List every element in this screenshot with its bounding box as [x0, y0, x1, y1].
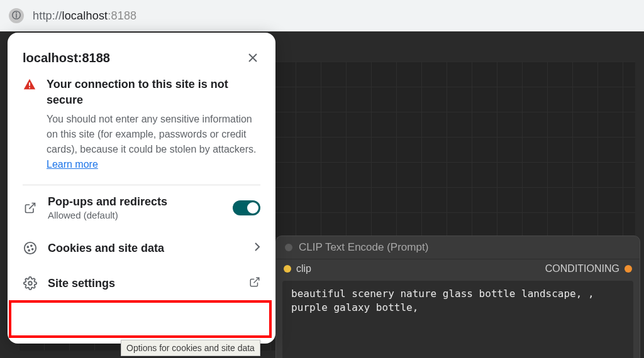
url-port: :8188 — [108, 9, 136, 22]
popups-and-redirects-row[interactable]: Pop-ups and redirects Allowed (default) — [8, 185, 275, 231]
warning-triangle-icon — [23, 78, 36, 92]
cookies-row-content: Cookies and site data — [48, 242, 244, 255]
site-settings-row[interactable]: Site settings — [8, 266, 275, 301]
cookies-tooltip: Options for cookies and site data — [121, 340, 260, 356]
popup-header: localhost:8188 — [8, 50, 275, 65]
node-ports: clip CONDITIONING — [276, 259, 640, 278]
close-icon[interactable] — [245, 50, 260, 65]
svg-line-9 — [254, 278, 259, 283]
output-port-label: CONDITIONING — [545, 263, 619, 274]
svg-point-7 — [32, 249, 33, 250]
output-port-conditioning[interactable]: CONDITIONING — [545, 263, 632, 274]
url-host: localhost — [62, 9, 108, 22]
svg-point-3 — [25, 242, 36, 254]
warning-description: You should not enter any sensitive infor… — [47, 112, 260, 172]
prompt-textarea[interactable]: beautiful scenery nature glass bottle la… — [282, 281, 633, 358]
svg-point-8 — [28, 282, 32, 286]
external-link-icon — [23, 200, 38, 215]
settings-row-content: Site settings — [48, 277, 239, 290]
svg-point-6 — [28, 250, 30, 251]
popups-toggle[interactable] — [233, 200, 260, 215]
learn-more-link[interactable]: Learn more — [47, 159, 98, 170]
tooltip-text: Options for cookies and site data — [126, 343, 255, 353]
cookie-icon — [23, 241, 38, 256]
gear-icon — [23, 276, 38, 291]
clip-text-encode-node[interactable]: CLIP Text Encode (Prompt) clip CONDITION… — [275, 236, 640, 358]
input-port-clip[interactable]: clip — [284, 263, 311, 274]
warning-text: Your connection to this site is not secu… — [47, 77, 260, 172]
connection-warning: Your connection to this site is not secu… — [8, 77, 275, 172]
svg-rect-1 — [29, 87, 30, 89]
popup-title: localhost:8188 — [23, 51, 110, 65]
info-glyph: ⓘ — [12, 10, 21, 21]
popups-sub: Allowed (default) — [48, 210, 223, 220]
warning-desc-text: You should not enter any sensitive infor… — [47, 114, 257, 155]
cookies-and-site-data-row[interactable]: Cookies and site data — [8, 231, 275, 266]
svg-rect-0 — [29, 82, 30, 86]
node-title: CLIP Text Encode (Prompt) — [299, 241, 428, 254]
cookies-label: Cookies and site data — [48, 242, 244, 255]
site-info-icon[interactable]: ⓘ — [9, 8, 24, 23]
node-header[interactable]: CLIP Text Encode (Prompt) — [276, 236, 640, 259]
svg-line-2 — [29, 203, 35, 209]
settings-label: Site settings — [48, 277, 239, 290]
port-dot-icon — [284, 265, 291, 273]
svg-point-5 — [31, 246, 32, 247]
warning-title: Your connection to this site is not secu… — [47, 77, 260, 108]
address-bar: ⓘ http://localhost:8188 — [0, 0, 644, 31]
svg-point-4 — [27, 247, 28, 248]
chevron-right-icon — [254, 242, 260, 255]
node-header-dot-icon — [285, 244, 292, 251]
input-port-label: clip — [296, 263, 311, 274]
site-info-popup: localhost:8188 Your connection to this s… — [8, 33, 275, 344]
popups-row-content: Pop-ups and redirects Allowed (default) — [48, 195, 223, 220]
url-display[interactable]: http://localhost:8188 — [33, 9, 136, 23]
popups-label: Pop-ups and redirects — [48, 195, 223, 209]
port-dot-icon — [625, 265, 632, 273]
url-protocol: http:// — [33, 9, 62, 22]
external-icon — [249, 276, 260, 291]
toggle-knob — [247, 202, 258, 214]
